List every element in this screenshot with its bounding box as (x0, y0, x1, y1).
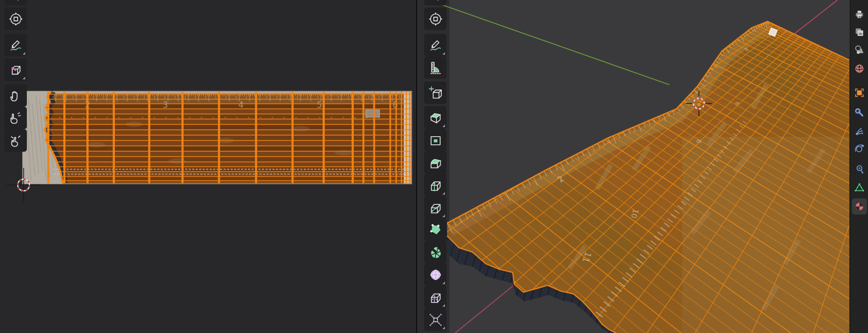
tool-shrink-fatten[interactable] (424, 308, 447, 331)
grab-hand-icon (9, 88, 23, 103)
tool-group-indicator (442, 124, 445, 127)
add-cube-icon (428, 86, 443, 100)
modifier-wrench-icon (854, 107, 865, 118)
pinch-hand-icon (9, 134, 23, 148)
uv-editor-pane: 23456 (0, 0, 416, 333)
tool-select-box[interactable] (4, 0, 27, 5)
scene-icon (854, 45, 865, 55)
tab-material[interactable] (852, 198, 867, 214)
spin-icon (428, 245, 443, 260)
tab-modifiers[interactable] (852, 105, 867, 121)
tool-inset-faces[interactable] (424, 129, 447, 151)
tool-loop-cut[interactable] (424, 174, 447, 196)
physics-icon (854, 143, 865, 154)
tool-grab[interactable] (4, 84, 27, 107)
tool-smooth[interactable] (424, 263, 447, 286)
tool-transform[interactable] (424, 8, 447, 30)
editor-split-handle[interactable] (416, 0, 417, 333)
knife-icon (428, 201, 443, 215)
tool-measure[interactable] (424, 56, 447, 79)
tool-poly-build[interactable] (424, 218, 447, 241)
tool-annotate[interactable] (4, 34, 27, 56)
tab-world[interactable] (852, 61, 867, 77)
output-printer-icon (854, 9, 865, 20)
tool-extrude-region[interactable] (424, 106, 447, 129)
rip-region-icon (9, 63, 23, 77)
tool-group-indicator (442, 327, 445, 329)
tool-group-indicator (442, 282, 445, 284)
transform-icon (9, 12, 23, 26)
properties-tab-strip (850, 0, 868, 333)
tool-group-indicator (23, 77, 25, 79)
tab-object-data[interactable] (852, 180, 867, 196)
tool-group-indicator (442, 52, 445, 55)
blender-window: 23456 (0, 0, 868, 333)
edge-slide-icon (428, 290, 443, 305)
tool-group-indicator (23, 52, 25, 55)
viewport-toolbar (424, 0, 447, 333)
loop-cut-icon (428, 178, 443, 193)
material-sphere-icon (854, 201, 865, 212)
tab-constraints[interactable] (852, 161, 867, 177)
inset-faces-icon (428, 133, 443, 147)
extrude-region-icon (428, 110, 443, 125)
transform-icon (428, 12, 443, 26)
view-layer-icon (854, 27, 865, 38)
particles-icon (854, 126, 865, 137)
measure-icon (428, 61, 443, 75)
tool-rip-region[interactable] (4, 58, 27, 81)
shrink-fatten-icon (428, 313, 443, 327)
annotate-icon (9, 38, 23, 53)
tool-group-indicator (442, 304, 445, 307)
select-box-icon (428, 0, 443, 2)
tool-relax[interactable] (4, 107, 27, 129)
select-box-icon (9, 0, 23, 2)
tool-add-cube[interactable] (424, 82, 447, 104)
tab-scene[interactable] (852, 42, 867, 58)
uv-toolbar (4, 0, 27, 333)
tab-view-layer[interactable] (852, 24, 867, 40)
tool-bevel[interactable] (424, 151, 447, 174)
object-properties-icon (854, 87, 865, 98)
object-data-icon (854, 182, 865, 193)
tool-group-indicator (442, 192, 445, 195)
tool-knife[interactable] (424, 196, 447, 219)
tool-select-box[interactable] (424, 0, 447, 5)
tool-edge-slide[interactable] (424, 286, 447, 308)
tool-transform[interactable] (4, 8, 27, 30)
poly-build-icon (428, 223, 443, 237)
world-globe-icon (854, 63, 865, 74)
tool-spin[interactable] (424, 241, 447, 263)
relax-hand-icon (9, 111, 23, 125)
uv-editor-canvas[interactable]: 23456 (0, 0, 416, 333)
tool-pinch[interactable] (4, 129, 27, 152)
tab-physics[interactable] (852, 140, 867, 157)
tool-group-indicator (442, 214, 445, 217)
tab-particles[interactable] (852, 123, 867, 139)
bevel-icon (428, 156, 443, 170)
annotate-icon (428, 38, 443, 53)
viewport-3d-canvas[interactable]: 2345111068 (416, 0, 850, 333)
tab-output[interactable] (852, 6, 867, 23)
tool-annotate[interactable] (424, 34, 447, 56)
constraints-icon (854, 164, 865, 174)
viewport-3d-pane: 2345111068 (416, 0, 850, 333)
smooth-icon (428, 268, 443, 282)
tab-object[interactable] (852, 85, 867, 101)
